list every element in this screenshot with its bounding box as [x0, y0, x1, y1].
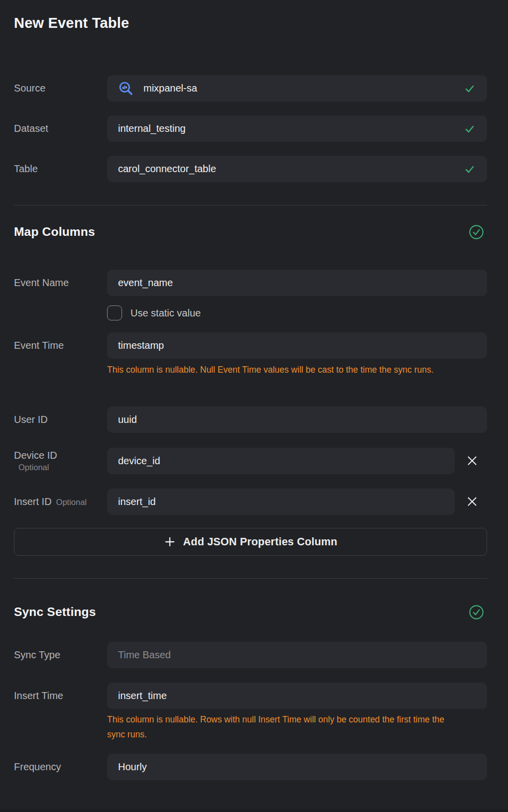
event-name-value: event_name: [118, 277, 173, 289]
sync-settings-heading: Sync Settings: [14, 605, 96, 619]
frequency-label: Frequency: [14, 754, 104, 780]
device-id-remove-button[interactable]: [465, 454, 479, 468]
bottom-edge: [0, 810, 508, 812]
sync-settings-header: Sync Settings: [14, 603, 487, 621]
insert-id-label: Insert ID Optional: [14, 489, 104, 515]
section-divider: [14, 205, 487, 205]
event-time-value: timestamp: [118, 340, 164, 351]
event-time-field[interactable]: timestamp: [107, 332, 487, 359]
sync-type-value: Time Based: [118, 649, 171, 661]
map-columns-heading: Map Columns: [14, 225, 95, 239]
table-field[interactable]: carol_connector_table: [107, 156, 487, 182]
frequency-value: Hourly: [118, 761, 147, 773]
device-id-optional-tag: Optional: [14, 463, 49, 472]
x-icon: [466, 455, 478, 468]
device-id-label: Device ID Optional: [14, 448, 104, 474]
add-json-properties-button[interactable]: Add JSON Properties Column: [14, 528, 487, 556]
event-name-field[interactable]: event_name: [107, 270, 487, 296]
insert-id-remove-button[interactable]: [465, 495, 479, 509]
user-id-value: uuid: [118, 414, 137, 425]
table-label: Table: [14, 156, 104, 182]
check-icon: [464, 83, 475, 94]
event-time-label: Event Time: [14, 332, 104, 359]
static-value-label: Use static value: [130, 307, 201, 319]
dataset-label: Dataset: [14, 115, 104, 142]
dataset-field[interactable]: internal_testing: [107, 115, 487, 142]
event-name-label: Event Name: [14, 270, 104, 296]
user-id-label: User ID: [14, 406, 104, 433]
sync-type-field: Time Based: [107, 642, 487, 668]
insert-id-value: insert_id: [118, 496, 156, 508]
source-field[interactable]: mixpanel-sa: [107, 75, 487, 102]
check-icon: [464, 123, 475, 134]
insert-time-label: Insert Time: [14, 683, 104, 709]
sync-type-label: Sync Type: [14, 642, 104, 668]
device-id-value: device_id: [118, 455, 160, 467]
bigquery-icon: [118, 81, 133, 96]
insert-id-label-text: Insert ID: [14, 496, 52, 508]
insert-time-value: insert_time: [118, 690, 167, 702]
check-icon: [464, 164, 475, 175]
insert-time-nullable-warning: This column is nullable. Rows with null …: [107, 712, 463, 742]
x-icon: [466, 496, 478, 509]
user-id-field[interactable]: uuid: [107, 406, 487, 433]
dataset-value: internal_testing: [118, 123, 186, 134]
static-value-row: Use static value: [107, 304, 201, 321]
add-json-properties-label: Add JSON Properties Column: [183, 536, 338, 548]
section-divider: [14, 578, 487, 579]
plus-icon: [164, 536, 176, 548]
static-value-checkbox[interactable]: [107, 305, 122, 320]
map-columns-header: Map Columns: [14, 223, 487, 241]
event-time-nullable-warning: This column is nullable. Null Event Time…: [107, 362, 463, 377]
source-label: Source: [14, 75, 104, 102]
device-id-field[interactable]: device_id: [107, 448, 455, 474]
page-title: New Event Table: [14, 15, 129, 31]
insert-id-field[interactable]: insert_id: [107, 489, 455, 515]
insert-time-field[interactable]: insert_time: [107, 683, 487, 709]
frequency-field[interactable]: Hourly: [107, 754, 487, 780]
source-value: mixpanel-sa: [143, 83, 197, 94]
table-value: carol_connector_table: [118, 163, 216, 175]
device-id-label-text: Device ID: [14, 450, 57, 461]
new-event-table-form: New Event Table Source mixpanel-sa Datas…: [0, 0, 508, 812]
circle-check-icon: [469, 605, 484, 620]
circle-check-icon: [469, 224, 484, 240]
insert-id-optional-tag: Optional: [56, 498, 87, 507]
